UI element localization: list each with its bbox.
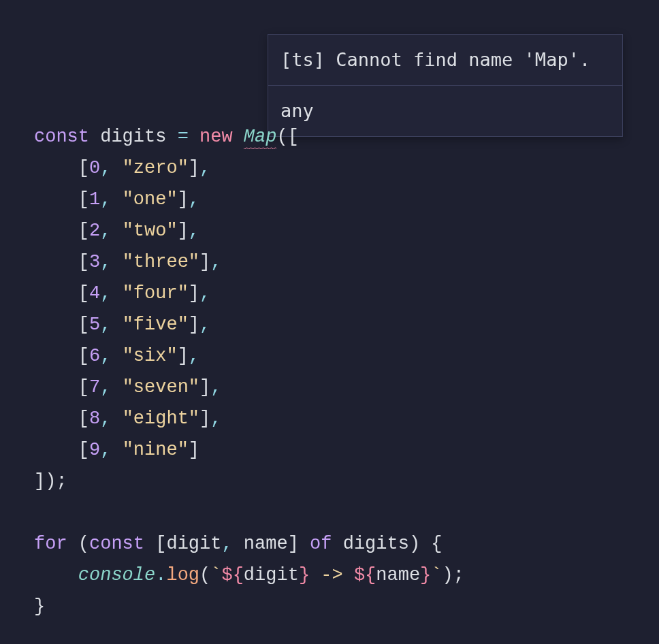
bracket: ] (189, 315, 199, 335)
template-close: ` (431, 565, 442, 585)
bracket: ] (189, 440, 199, 460)
paren: ) (409, 534, 420, 554)
string: "three" (123, 252, 199, 272)
comma: , (100, 346, 111, 366)
number: 0 (89, 158, 100, 178)
number: 3 (89, 252, 100, 272)
tooltip-error-message: [ts] Cannot find name 'Map'. (268, 35, 622, 85)
template-expr-close: } (299, 565, 310, 585)
punct: ]); (34, 471, 67, 492)
punct: ([ (276, 127, 298, 147)
comma: , (100, 283, 111, 304)
paren: ( (78, 534, 89, 554)
variable: name (376, 565, 420, 585)
variable-digits: digits (100, 127, 166, 147)
comma: , (100, 252, 111, 272)
keyword-const: const (89, 534, 144, 554)
comma: , (210, 377, 221, 398)
bracket: ] (288, 534, 299, 554)
dot: . (155, 565, 166, 585)
comma: , (199, 158, 210, 178)
bracket: ] (199, 252, 210, 272)
template-expr-close: } (420, 565, 431, 585)
keyword-new: new (199, 127, 233, 147)
operator-assign: = (178, 127, 189, 147)
string: "six" (123, 346, 178, 366)
bracket: [ (78, 315, 89, 335)
template-text: -> (310, 565, 354, 585)
keyword-of: of (310, 534, 332, 554)
number: 2 (89, 221, 100, 241)
string: "five" (123, 315, 189, 335)
comma: , (100, 158, 111, 178)
bracket: [ (155, 534, 166, 554)
number: 6 (89, 346, 100, 366)
comma: , (210, 252, 221, 272)
bracket: ] (178, 221, 189, 241)
comma: , (189, 346, 199, 366)
comma: , (199, 315, 210, 335)
bracket: ] (199, 408, 210, 429)
number: 5 (89, 315, 100, 335)
string: "seven" (123, 377, 199, 398)
comma: , (100, 315, 111, 335)
brace: } (34, 596, 45, 617)
comma: , (199, 283, 210, 304)
bracket: [ (78, 221, 89, 241)
brace: { (431, 534, 442, 554)
bracket: ] (189, 283, 199, 304)
bracket: [ (78, 440, 89, 460)
bracket: [ (78, 346, 89, 366)
string: "four" (123, 283, 189, 304)
bracket: ] (178, 346, 189, 366)
class-map-error: Map (244, 127, 277, 149)
number: 8 (89, 408, 100, 429)
number: 4 (89, 283, 100, 304)
template-expr-open: ${ (221, 565, 243, 585)
string: "one" (123, 189, 178, 210)
template-open: ` (210, 565, 221, 585)
comma: , (221, 534, 232, 554)
template-expr-open: ${ (354, 565, 376, 585)
bracket: [ (78, 158, 89, 178)
variable-digits: digits (343, 534, 409, 554)
string: "eight" (123, 408, 199, 429)
comma: , (100, 377, 111, 398)
paren: ( (199, 565, 210, 585)
number: 9 (89, 440, 100, 460)
bracket: [ (78, 408, 89, 429)
comma: , (189, 189, 199, 210)
bracket: ] (199, 377, 210, 398)
comma: , (100, 221, 111, 241)
paren: ) (443, 565, 453, 585)
bracket: [ (78, 252, 89, 272)
semicolon: ; (453, 565, 464, 585)
bracket: ] (189, 158, 199, 178)
bracket: [ (78, 283, 89, 304)
function-log: log (166, 565, 199, 585)
bracket: [ (78, 377, 89, 398)
comma: , (210, 408, 221, 429)
string: "nine" (123, 440, 189, 460)
comma: , (189, 221, 199, 241)
variable-name: name (244, 534, 288, 554)
comma: , (100, 189, 111, 210)
keyword-const: const (34, 127, 89, 147)
code-editor[interactable]: const digits = new Map([ [0, "zero"], [1… (34, 121, 464, 622)
string: "two" (123, 221, 178, 241)
object-console: console (78, 565, 155, 585)
string: "zero" (123, 158, 189, 178)
variable-digit: digit (166, 534, 221, 554)
number: 1 (89, 189, 100, 210)
variable: digit (244, 565, 299, 585)
number: 7 (89, 377, 100, 398)
comma: , (100, 440, 111, 460)
bracket: ] (178, 189, 189, 210)
bracket: [ (78, 189, 89, 210)
keyword-for: for (34, 534, 67, 554)
comma: , (100, 408, 111, 429)
